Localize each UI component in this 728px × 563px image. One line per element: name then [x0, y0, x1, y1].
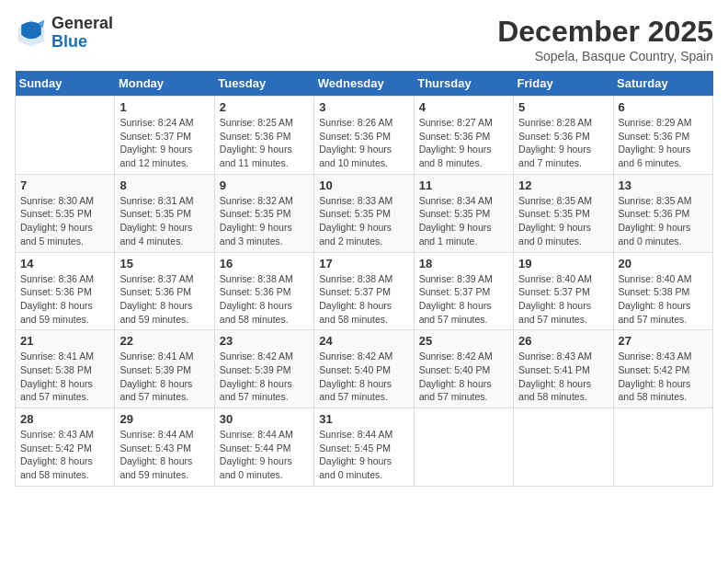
calendar-cell: 7Sunrise: 8:30 AM Sunset: 5:35 PM Daylig…: [16, 174, 115, 252]
day-number: 11: [419, 178, 508, 192]
day-number: 14: [20, 257, 109, 270]
header-row: SundayMondayTuesdayWednesdayThursdayFrid…: [16, 71, 713, 97]
week-row-5: 28Sunrise: 8:43 AM Sunset: 5:42 PM Dayli…: [16, 408, 713, 487]
day-info: Sunrise: 8:32 AM Sunset: 5:35 PM Dayligh…: [220, 194, 309, 248]
calendar-cell: 14Sunrise: 8:36 AM Sunset: 5:36 PM Dayli…: [16, 252, 115, 330]
day-info: Sunrise: 8:24 AM Sunset: 5:37 PM Dayligh…: [119, 116, 209, 170]
day-info: Sunrise: 8:29 AM Sunset: 5:36 PM Dayligh…: [619, 116, 708, 170]
calendar-cell: 5Sunrise: 8:28 AM Sunset: 5:36 PM Daylig…: [514, 97, 613, 175]
day-number: 3: [319, 100, 408, 114]
day-number: 16: [220, 257, 309, 270]
day-info: Sunrise: 8:35 AM Sunset: 5:36 PM Dayligh…: [619, 194, 708, 248]
calendar-cell: 31Sunrise: 8:44 AM Sunset: 5:45 PM Dayli…: [314, 408, 414, 487]
header-day-monday: Monday: [115, 71, 214, 97]
calendar-cell: 12Sunrise: 8:35 AM Sunset: 5:35 PM Dayli…: [514, 174, 613, 252]
calendar-cell: 10Sunrise: 8:33 AM Sunset: 5:35 PM Dayli…: [314, 174, 414, 252]
calendar-cell: 27Sunrise: 8:43 AM Sunset: 5:42 PM Dayli…: [613, 330, 712, 408]
header-day-friday: Friday: [514, 71, 613, 97]
day-number: 27: [619, 334, 708, 348]
calendar-cell: 11Sunrise: 8:34 AM Sunset: 5:35 PM Dayli…: [414, 174, 513, 252]
day-info: Sunrise: 8:44 AM Sunset: 5:43 PM Dayligh…: [119, 428, 209, 482]
day-info: Sunrise: 8:27 AM Sunset: 5:36 PM Dayligh…: [419, 116, 508, 170]
calendar-cell: 15Sunrise: 8:37 AM Sunset: 5:36 PM Dayli…: [115, 252, 214, 330]
day-number: 7: [20, 178, 109, 192]
day-info: Sunrise: 8:31 AM Sunset: 5:35 PM Dayligh…: [119, 194, 209, 248]
day-number: 5: [518, 100, 608, 114]
calendar-cell: 17Sunrise: 8:38 AM Sunset: 5:37 PM Dayli…: [314, 252, 414, 330]
day-info: Sunrise: 8:28 AM Sunset: 5:36 PM Dayligh…: [518, 116, 608, 170]
day-info: Sunrise: 8:40 AM Sunset: 5:38 PM Dayligh…: [619, 272, 708, 327]
day-info: Sunrise: 8:43 AM Sunset: 5:42 PM Dayligh…: [20, 428, 109, 482]
day-info: Sunrise: 8:35 AM Sunset: 5:35 PM Dayligh…: [518, 194, 608, 248]
day-number: 30: [220, 412, 309, 426]
header-area: General Blue December 2025 Sopela, Basqu…: [15, 15, 713, 63]
day-info: Sunrise: 8:30 AM Sunset: 5:35 PM Dayligh…: [20, 194, 109, 248]
calendar-cell: 25Sunrise: 8:42 AM Sunset: 5:40 PM Dayli…: [414, 330, 513, 408]
day-number: 25: [419, 334, 508, 348]
day-number: 8: [119, 178, 209, 192]
day-number: 24: [319, 334, 408, 348]
day-number: 9: [220, 178, 309, 192]
day-number: 26: [518, 334, 608, 348]
header-day-saturday: Saturday: [613, 71, 712, 97]
day-info: Sunrise: 8:34 AM Sunset: 5:35 PM Dayligh…: [419, 194, 508, 248]
calendar-cell: 2Sunrise: 8:25 AM Sunset: 5:36 PM Daylig…: [214, 97, 313, 175]
calendar-cell: 28Sunrise: 8:43 AM Sunset: 5:42 PM Dayli…: [16, 408, 115, 487]
header-day-sunday: Sunday: [16, 71, 115, 97]
calendar-cell: 29Sunrise: 8:44 AM Sunset: 5:43 PM Dayli…: [115, 408, 214, 487]
calendar-cell: 26Sunrise: 8:43 AM Sunset: 5:41 PM Dayli…: [514, 330, 613, 408]
calendar-table: SundayMondayTuesdayWednesdayThursdayFrid…: [15, 71, 713, 487]
month-title: December 2025: [497, 15, 713, 49]
day-number: 4: [419, 100, 508, 114]
calendar-cell: [613, 408, 712, 487]
day-number: 19: [518, 257, 608, 270]
day-info: Sunrise: 8:44 AM Sunset: 5:44 PM Dayligh…: [220, 428, 309, 482]
day-info: Sunrise: 8:25 AM Sunset: 5:36 PM Dayligh…: [220, 116, 309, 170]
header-day-thursday: Thursday: [414, 71, 513, 97]
day-number: 15: [119, 257, 209, 270]
header-day-tuesday: Tuesday: [214, 71, 313, 97]
calendar-cell: 22Sunrise: 8:41 AM Sunset: 5:39 PM Dayli…: [115, 330, 214, 408]
day-number: 21: [20, 334, 109, 348]
calendar-cell: 18Sunrise: 8:39 AM Sunset: 5:37 PM Dayli…: [414, 252, 513, 330]
calendar-cell: 24Sunrise: 8:42 AM Sunset: 5:40 PM Dayli…: [314, 330, 414, 408]
day-info: Sunrise: 8:42 AM Sunset: 5:39 PM Dayligh…: [220, 350, 309, 404]
calendar-cell: 4Sunrise: 8:27 AM Sunset: 5:36 PM Daylig…: [414, 97, 513, 175]
calendar-cell: 21Sunrise: 8:41 AM Sunset: 5:38 PM Dayli…: [16, 330, 115, 408]
header-day-wednesday: Wednesday: [314, 71, 414, 97]
calendar-cell: 20Sunrise: 8:40 AM Sunset: 5:38 PM Dayli…: [613, 252, 712, 330]
calendar-cell: 8Sunrise: 8:31 AM Sunset: 5:35 PM Daylig…: [115, 174, 214, 252]
day-number: 31: [319, 412, 408, 426]
day-number: 22: [119, 334, 209, 348]
day-number: 28: [20, 412, 109, 426]
day-number: 23: [220, 334, 309, 348]
day-info: Sunrise: 8:39 AM Sunset: 5:37 PM Dayligh…: [419, 272, 508, 327]
logo-text: General Blue: [51, 15, 113, 52]
day-number: 29: [119, 412, 209, 426]
day-info: Sunrise: 8:43 AM Sunset: 5:42 PM Dayligh…: [619, 350, 708, 404]
day-number: 17: [319, 257, 408, 270]
day-number: 1: [119, 100, 209, 114]
logo: General Blue: [15, 15, 113, 52]
day-info: Sunrise: 8:36 AM Sunset: 5:36 PM Dayligh…: [20, 272, 109, 327]
day-number: 13: [619, 178, 708, 192]
calendar-cell: [514, 408, 613, 487]
calendar-cell: 19Sunrise: 8:40 AM Sunset: 5:37 PM Dayli…: [514, 252, 613, 330]
day-info: Sunrise: 8:33 AM Sunset: 5:35 PM Dayligh…: [319, 194, 408, 248]
week-row-2: 7Sunrise: 8:30 AM Sunset: 5:35 PM Daylig…: [16, 174, 713, 252]
calendar-cell: 1Sunrise: 8:24 AM Sunset: 5:37 PM Daylig…: [115, 97, 214, 175]
calendar-cell: 13Sunrise: 8:35 AM Sunset: 5:36 PM Dayli…: [613, 174, 712, 252]
day-info: Sunrise: 8:41 AM Sunset: 5:39 PM Dayligh…: [119, 350, 209, 404]
day-info: Sunrise: 8:37 AM Sunset: 5:36 PM Dayligh…: [119, 272, 209, 327]
calendar-cell: 3Sunrise: 8:26 AM Sunset: 5:36 PM Daylig…: [314, 97, 414, 175]
day-info: Sunrise: 8:43 AM Sunset: 5:41 PM Dayligh…: [518, 350, 608, 404]
day-number: 2: [220, 100, 309, 114]
week-row-3: 14Sunrise: 8:36 AM Sunset: 5:36 PM Dayli…: [16, 252, 713, 330]
day-info: Sunrise: 8:41 AM Sunset: 5:38 PM Dayligh…: [20, 350, 109, 404]
day-number: 10: [319, 178, 408, 192]
calendar-cell: 9Sunrise: 8:32 AM Sunset: 5:35 PM Daylig…: [214, 174, 313, 252]
title-area: December 2025 Sopela, Basque Country, Sp…: [497, 15, 713, 63]
day-number: 6: [619, 100, 708, 114]
week-row-4: 21Sunrise: 8:41 AM Sunset: 5:38 PM Dayli…: [16, 330, 713, 408]
day-info: Sunrise: 8:38 AM Sunset: 5:36 PM Dayligh…: [220, 272, 309, 327]
